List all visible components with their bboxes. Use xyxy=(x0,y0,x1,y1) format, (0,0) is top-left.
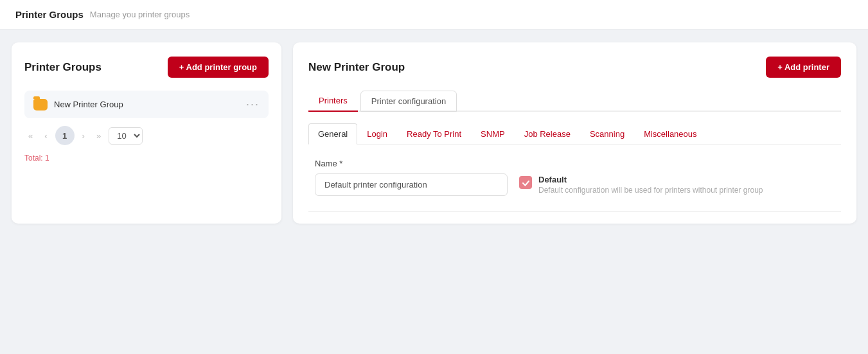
tab-printers[interactable]: Printers xyxy=(308,91,358,112)
default-text-block: Default Default configuration will be us… xyxy=(538,175,763,195)
form-section: Name * Default Default configuration wil… xyxy=(308,159,841,196)
page-size-select[interactable]: 10 20 50 xyxy=(109,127,143,145)
default-description: Default configuration will be used for p… xyxy=(538,186,763,195)
tab-snmp[interactable]: SNMP xyxy=(471,123,515,145)
right-panel: New Printer Group + Add printer Printers… xyxy=(293,42,856,224)
left-panel-title: Printer Groups xyxy=(24,61,102,74)
tab-login[interactable]: Login xyxy=(357,123,397,145)
tab-general[interactable]: General xyxy=(308,123,357,145)
secondary-tabs: General Login Ready To Print SNMP Job Re… xyxy=(308,123,841,145)
folder-icon xyxy=(33,99,48,111)
top-bar: Printer Groups Manage you printer groups xyxy=(0,0,868,30)
main-content: Printer Groups + Add printer group New P… xyxy=(0,30,868,236)
group-item-menu[interactable]: ··· xyxy=(246,98,260,111)
group-item-left: New Printer Group xyxy=(33,99,123,111)
default-checkbox[interactable] xyxy=(519,176,532,189)
divider xyxy=(308,211,841,212)
form-row: Default Default configuration will be us… xyxy=(315,173,835,196)
page-subtitle: Manage you printer groups xyxy=(90,10,190,19)
next-page-button[interactable]: › xyxy=(78,128,89,143)
tab-miscellaneous[interactable]: Miscellaneous xyxy=(634,123,706,145)
tab-ready-to-print[interactable]: Ready To Print xyxy=(397,123,471,145)
default-label: Default xyxy=(538,175,763,184)
group-item-name: New Printer Group xyxy=(54,100,123,109)
left-panel-header: Printer Groups + Add printer group xyxy=(24,57,269,78)
right-panel-header: New Printer Group + Add printer xyxy=(308,57,841,78)
tab-job-release[interactable]: Job Release xyxy=(515,123,580,145)
left-panel: Printer Groups + Add printer group New P… xyxy=(12,42,281,224)
printer-group-item[interactable]: New Printer Group ··· xyxy=(24,91,269,118)
page-title: Printer Groups xyxy=(15,9,84,20)
primary-tabs: Printers Printer configuration xyxy=(308,91,841,112)
first-page-button[interactable]: « xyxy=(24,128,37,143)
right-panel-title: New Printer Group xyxy=(308,61,405,74)
current-page: 1 xyxy=(55,126,75,145)
prev-page-button[interactable]: ‹ xyxy=(40,128,51,143)
name-label: Name * xyxy=(315,159,835,168)
tab-printer-configuration[interactable]: Printer configuration xyxy=(360,91,457,112)
total-label: Total: 1 xyxy=(24,154,49,163)
default-section: Default Default configuration will be us… xyxy=(519,175,763,195)
add-printer-button[interactable]: + Add printer xyxy=(766,57,841,78)
pagination: « ‹ 1 › » 10 20 50 xyxy=(24,126,269,145)
add-printer-group-button[interactable]: + Add printer group xyxy=(168,57,269,78)
last-page-button[interactable]: » xyxy=(93,128,105,143)
tab-scanning[interactable]: Scanning xyxy=(580,123,634,145)
name-input[interactable] xyxy=(315,173,508,196)
